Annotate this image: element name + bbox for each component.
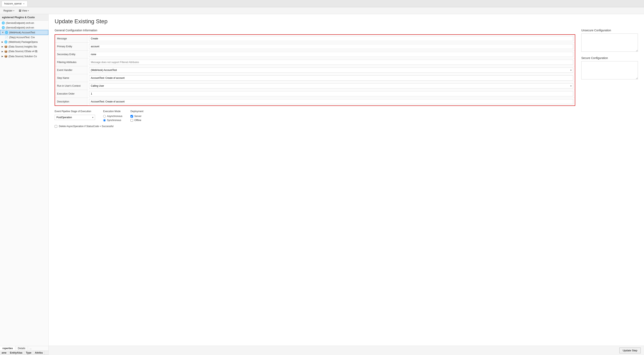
col-entityalias: EntityAlias	[8, 351, 24, 355]
sidebar-item-label: (Data Source) Insights Sto	[8, 45, 37, 48]
filtering-attributes-field	[88, 58, 575, 66]
two-col-layout: General Configuration Information Messag…	[54, 29, 638, 132]
tab-properties[interactable]: roperties	[0, 346, 15, 351]
pipeline-section: Event Pipeline Stage of Execution PostOp…	[54, 110, 575, 128]
tree-arrow-icon: ▶	[2, 50, 3, 52]
step-name-field	[88, 74, 575, 82]
primary-entity-input[interactable]	[89, 44, 573, 49]
radio-group-execution-mode: Asynchronous Synchronous	[103, 115, 122, 122]
content-inner: Update Existing Step General Configurati…	[48, 14, 644, 346]
unsecure-config-textarea[interactable]	[581, 33, 638, 52]
sidebar-title: egistered Plugins & Custo	[0, 14, 48, 20]
message-label: Message	[55, 35, 88, 42]
sidebar-item-label: (ServiceEndpoint) orch-en	[6, 22, 34, 24]
sidebar-item-se1[interactable]: 🌐 (ServiceEndpoint) orch-en	[0, 20, 48, 25]
event-handler-select-wrapper: (WebHook) AccountTest ▾	[89, 67, 573, 73]
radio-asynchronous-label: Asynchronous	[107, 115, 122, 118]
pipeline-stage-select-wrapper: PostOperation PreValidation PreOperation…	[54, 115, 95, 120]
tab-hsazure-openai[interactable]: hsazure_openai ×	[2, 1, 28, 6]
globe-icon: 🌐	[2, 21, 5, 24]
view-label: View	[22, 9, 27, 12]
step-name-input[interactable]	[89, 75, 573, 81]
primary-entity-field	[88, 43, 575, 50]
radio-synchronous-input[interactable]	[103, 119, 106, 122]
sidebar-item-webhook-accounttest[interactable]: ▼ 🌐 (WebHook) AccountTest	[0, 30, 48, 35]
secure-config-title: Secure Configuration	[581, 56, 638, 60]
tab-bar: hsazure_openai ×	[0, 0, 644, 7]
tab-label: hsazure_openai	[4, 2, 22, 5]
register-label: Register	[4, 9, 12, 12]
register-chevron-icon: ▾	[13, 10, 14, 12]
checkbox-server[interactable]: Server	[130, 115, 144, 118]
secondary-entity-label: Secondary Entity	[55, 50, 88, 58]
filtering-attributes-input[interactable]	[89, 60, 573, 65]
radio-asynchronous-input[interactable]	[103, 115, 106, 118]
sidebar-item-step-accounttest[interactable]: 📄 (Step) AccountTest: Cre	[0, 35, 48, 40]
sidebar-item-ds3[interactable]: ▶ 📦 (Data Source) Solution Co	[0, 54, 48, 59]
globe-icon: 🌐	[4, 40, 8, 43]
register-button[interactable]: Register ▾	[2, 8, 16, 13]
more-icon: ...	[30, 347, 32, 350]
secure-config-panel: Secure Configuration	[581, 56, 638, 80]
view-icon: 🖼	[19, 9, 21, 12]
sidebar-item-ds1[interactable]: ▶ 📦 (Data Source) Insights Sto	[0, 44, 48, 49]
sidebar-item-ds2[interactable]: ▶ 📦 (Data Source) OData v4 数	[0, 49, 48, 54]
tab-close-button[interactable]: ×	[23, 2, 25, 5]
delete-async-checkbox[interactable]	[54, 125, 57, 128]
execution-order-label: Execution Order	[55, 90, 88, 98]
run-user-context-select[interactable]: Calling User	[89, 83, 573, 88]
secondary-entity-input[interactable]	[89, 52, 573, 57]
view-button[interactable]: 🖼 View ▾	[17, 8, 31, 13]
tree-arrow-icon: ▶	[2, 55, 3, 57]
form-row-description: Description	[55, 98, 575, 105]
toolbar: Register ▾ 🖼 View ▾	[0, 7, 644, 14]
content-area: Update Existing Step General Configurati…	[48, 14, 644, 355]
update-step-button[interactable]: Update Step	[619, 348, 641, 354]
event-handler-select[interactable]: (WebHook) AccountTest	[89, 67, 573, 73]
pipeline-row: Event Pipeline Stage of Execution PostOp…	[54, 110, 575, 122]
sidebar-item-label: (Data Source) Solution Co	[8, 55, 37, 58]
view-chevron-icon: ▾	[28, 10, 29, 12]
pipeline-stage-label: Event Pipeline Stage of Execution	[54, 110, 95, 113]
sidebar-item-webhook-package[interactable]: ▶ 🌐 (WebHook) PackageOpera	[0, 40, 48, 44]
form-row-event-handler: Event Handler (WebHook) AccountTest ▾	[55, 66, 575, 74]
checkbox-server-input[interactable]	[130, 115, 133, 118]
pipeline-stage-select[interactable]: PostOperation PreValidation PreOperation	[54, 115, 95, 120]
sidebar-item-label: (ServiceEndpoint) orch-en	[6, 26, 34, 29]
checkbox-offline-input[interactable]	[130, 119, 133, 122]
checkbox-server-label: Server	[134, 115, 142, 118]
globe-icon: 🌐	[2, 26, 5, 29]
description-input[interactable]	[89, 99, 573, 104]
tab-more-button[interactable]: ...	[28, 346, 33, 351]
col-attribu: Attribu	[33, 351, 44, 355]
globe-icon: 🌐	[5, 31, 8, 34]
deployment-label: Deployment	[130, 110, 144, 113]
package-icon: 📦	[4, 50, 8, 53]
form-row-secondary-entity: Secondary Entity	[55, 50, 575, 58]
pipeline-stage-group: Event Pipeline Stage of Execution PostOp…	[54, 110, 95, 120]
form-row-message: Message	[55, 35, 575, 43]
form-row-execution-order: Execution Order	[55, 90, 575, 98]
tab-details[interactable]: Details	[15, 346, 28, 351]
tab-details-label: Details	[18, 347, 25, 350]
sidebar-item-label: (WebHook) PackageOpera	[8, 41, 38, 43]
form-row-run-user-context: Run in User's Context Calling User ▾	[55, 82, 575, 90]
checkbox-group-deployment: Server Offline	[130, 115, 144, 122]
col-name: ame	[0, 351, 8, 355]
message-input[interactable]	[89, 36, 573, 41]
primary-entity-label: Primary Entity	[55, 43, 88, 50]
unsecure-config-title: Unsecure Configuration	[581, 29, 638, 32]
radio-asynchronous[interactable]: Asynchronous	[103, 115, 122, 118]
main-layout: egistered Plugins & Custo 🌐 (ServiceEndp…	[0, 14, 644, 355]
execution-mode-label: Execution Mode	[103, 110, 122, 113]
tree-arrow-icon: ▶	[2, 41, 3, 43]
checkbox-offline[interactable]: Offline	[130, 119, 144, 122]
radio-synchronous[interactable]: Synchronous	[103, 119, 122, 122]
form-row-step-name: Step Name	[55, 74, 575, 82]
sidebar-item-se2[interactable]: 🌐 (ServiceEndpoint) orch-en	[0, 25, 48, 30]
checkbox-offline-label: Offline	[134, 119, 141, 122]
execution-order-input[interactable]	[89, 91, 573, 96]
general-config-heading: General Configuration Information	[54, 29, 575, 32]
secure-config-textarea[interactable]	[581, 61, 638, 79]
sidebar: egistered Plugins & Custo 🌐 (ServiceEndp…	[0, 14, 48, 355]
